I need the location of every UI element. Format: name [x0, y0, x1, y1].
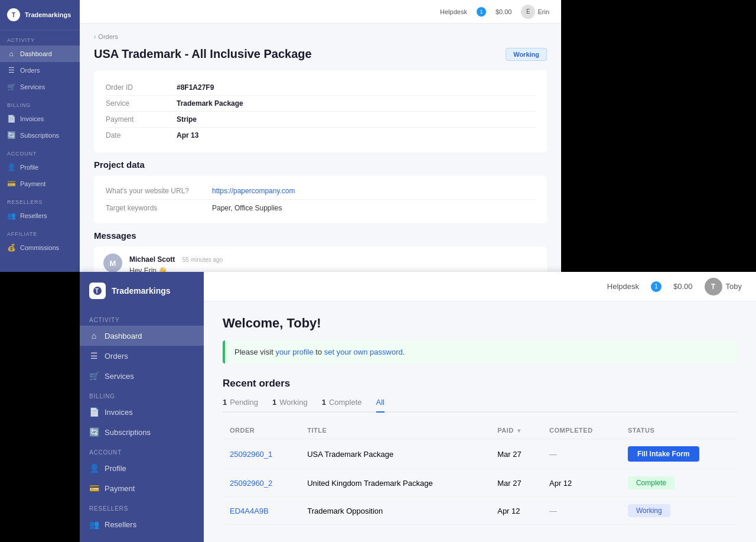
- logo-bottom: T Trademarkings: [80, 272, 204, 310]
- payment-icon-b: 💳: [89, 483, 99, 493]
- main-content-bottom: Helpdesk 1 $0.00 T Toby Welcome, Toby! P…: [204, 272, 756, 542]
- website-link[interactable]: https://papercompany.com: [212, 187, 295, 195]
- sidebar-label-subscriptions-top: Subscriptions: [20, 132, 59, 139]
- sidebar-item-services-bottom[interactable]: 🛒 Services: [80, 366, 204, 386]
- sidebar-item-subscriptions-bottom[interactable]: 🔄 Subscriptions: [80, 422, 204, 442]
- section-label-resellers-bottom: Resellers: [80, 498, 204, 514]
- message-text: Hey Erin 👋: [129, 267, 223, 272]
- fill-intake-button[interactable]: Fill Intake Form: [628, 446, 699, 462]
- project-data-card: What's your website URL? https://paperco…: [94, 176, 547, 223]
- sidebar-item-orders-top[interactable]: ☰ Orders: [0, 62, 80, 79]
- order-status-3: Working: [621, 497, 737, 525]
- home-icon-b: ⌂: [89, 331, 99, 340]
- profile-link[interactable]: your profile: [275, 348, 313, 356]
- sidebar-item-dashboard-top[interactable]: ⌂ Dashboard: [0, 46, 80, 62]
- order-title-2: United Kingdom Trademark Package: [300, 469, 490, 497]
- content-area-top: ‹ Orders USA Trademark - All Inclusive P…: [80, 24, 561, 272]
- helpdesk-link-bottom[interactable]: Helpdesk: [607, 282, 639, 291]
- col-status: STATUS: [621, 422, 737, 439]
- sidebar-item-profile-bottom[interactable]: 👤 Profile: [80, 458, 204, 478]
- working-badge: Working: [628, 504, 670, 517]
- section-label-account-top: Account: [0, 144, 80, 159]
- sidebar-label-subscriptions-bottom: Subscriptions: [105, 428, 151, 437]
- sidebar-label-payment-top: Payment: [20, 180, 45, 187]
- table-row: ED4A4A9B Trademark Opposition Apr 12 — W…: [223, 497, 737, 525]
- order-id-3[interactable]: ED4A4A9B: [223, 497, 300, 525]
- order-header: USA Trademark - All Inclusive Package Wo…: [94, 47, 547, 61]
- pending-label: Pending: [230, 398, 258, 407]
- sidebar-item-invoices-bottom[interactable]: 📄 Invoices: [80, 402, 204, 422]
- logo-icon-bottom: T: [89, 283, 106, 299]
- sidebar-label-dashboard-bottom: Dashboard: [105, 332, 142, 340]
- logo-text-bottom: Trademarkings: [112, 286, 171, 296]
- messages-title: Messages: [94, 231, 547, 241]
- sidebar-label-resellers-bottom: Resellers: [105, 520, 136, 529]
- sidebar-item-profile-top[interactable]: 👤 Profile: [0, 159, 80, 176]
- logo-text-top: Trademarkings: [25, 11, 71, 18]
- message-header: Michael Scott 55 minutes ago: [129, 254, 223, 264]
- order-completed-2: Apr 12: [542, 469, 621, 497]
- sidebar-item-resellers-top[interactable]: 👥 Resellers: [0, 207, 80, 224]
- col-completed: COMPLETED: [542, 422, 621, 439]
- order-status-badge: Working: [506, 48, 547, 61]
- working-count: 1: [272, 398, 276, 407]
- tab-all[interactable]: All: [376, 398, 384, 413]
- sidebar-label-profile-top: Profile: [20, 164, 38, 171]
- col-paid[interactable]: PAID ▾: [490, 422, 542, 439]
- order-paid-2: Mar 27: [490, 469, 542, 497]
- user-menu-bottom[interactable]: T Toby: [705, 278, 742, 296]
- order-paid-3: Apr 12: [490, 497, 542, 525]
- date-label: Date: [106, 131, 177, 139]
- complete-label: Complete: [329, 398, 362, 407]
- sidebar-item-orders-bottom[interactable]: ☰ Orders: [80, 346, 204, 366]
- order-id-row: Order ID #8F1A27F9: [106, 80, 535, 96]
- message-author: Michael Scott: [129, 255, 175, 264]
- sidebar-item-payment-top[interactable]: 💳 Payment: [0, 176, 80, 192]
- sidebar-item-commissions-top[interactable]: 💰 Commissions: [0, 239, 80, 256]
- sidebar-label-commissions-top: Commissions: [20, 244, 59, 251]
- tab-complete[interactable]: 1 Complete: [322, 398, 362, 411]
- order-status-1: Fill Intake Form: [621, 439, 737, 469]
- sidebar-top: T Trademarkings Activity ⌂ Dashboard ☰ O…: [0, 0, 80, 272]
- tab-pending[interactable]: 1 Pending: [223, 398, 258, 411]
- helpdesk-label-bottom: Helpdesk: [607, 282, 639, 291]
- sidebar-item-invoices-top[interactable]: 📄 Invoices: [0, 111, 80, 127]
- sidebar-item-services-top[interactable]: 🛒 Services: [0, 79, 80, 95]
- order-id-2[interactable]: 25092960_2: [223, 469, 300, 497]
- sidebar-bottom: T Trademarkings Activity ⌂ Dashboard ☰ O…: [80, 272, 204, 542]
- all-label: All: [376, 398, 384, 407]
- section-label-account-bottom: Account: [80, 442, 204, 458]
- resellers-icon: 👥: [7, 212, 15, 220]
- resellers-icon-b: 👥: [89, 520, 99, 529]
- order-title-3: Trademark Opposition: [300, 497, 490, 525]
- svg-text:T: T: [95, 288, 99, 294]
- user-name-top: Erin: [537, 8, 549, 15]
- sidebar-item-dashboard-bottom[interactable]: ⌂ Dashboard: [80, 326, 204, 346]
- payment-icon: 💳: [7, 180, 15, 188]
- helpdesk-link-top[interactable]: Helpdesk: [440, 8, 467, 15]
- keywords-value: Paper, Office Supplies: [212, 204, 282, 212]
- notifications-bottom[interactable]: 1: [651, 281, 662, 292]
- user-menu-top[interactable]: E Erin: [521, 5, 549, 19]
- table-row: 25092960_2 United Kingdom Trademark Pack…: [223, 469, 737, 497]
- password-link[interactable]: set your own password: [324, 348, 403, 356]
- alert-post: .: [403, 348, 405, 356]
- order-id-1[interactable]: 25092960_1: [223, 439, 300, 469]
- order-status-2: Complete: [621, 469, 737, 497]
- sidebar-item-payment-bottom[interactable]: 💳 Payment: [80, 478, 204, 498]
- sidebar-label-payment-bottom: Payment: [105, 484, 135, 493]
- subscriptions-icon-b: 🔄: [89, 427, 99, 437]
- balance-top: $0.00: [496, 8, 512, 15]
- sidebar-item-resellers-bottom[interactable]: 👥 Resellers: [80, 514, 204, 534]
- sidebar-item-subscriptions-top[interactable]: 🔄 Subscriptions: [0, 127, 80, 144]
- notifications-top[interactable]: 1: [477, 7, 486, 17]
- table-row: 25092960_1 USA Trademark Package Mar 27 …: [223, 439, 737, 469]
- commissions-icon: 💰: [7, 244, 15, 252]
- sidebar-label-services-top: Services: [20, 83, 45, 90]
- order-id-value: #8F1A27F9: [177, 83, 214, 92]
- topbar-top: Helpdesk 1 $0.00 E Erin: [80, 0, 561, 24]
- sidebar-label-invoices-bottom: Invoices: [105, 408, 133, 417]
- tab-working[interactable]: 1 Working: [272, 398, 308, 411]
- payment-row: Payment Stripe: [106, 112, 535, 128]
- section-label-affiliate-top: Affiliate: [0, 224, 80, 239]
